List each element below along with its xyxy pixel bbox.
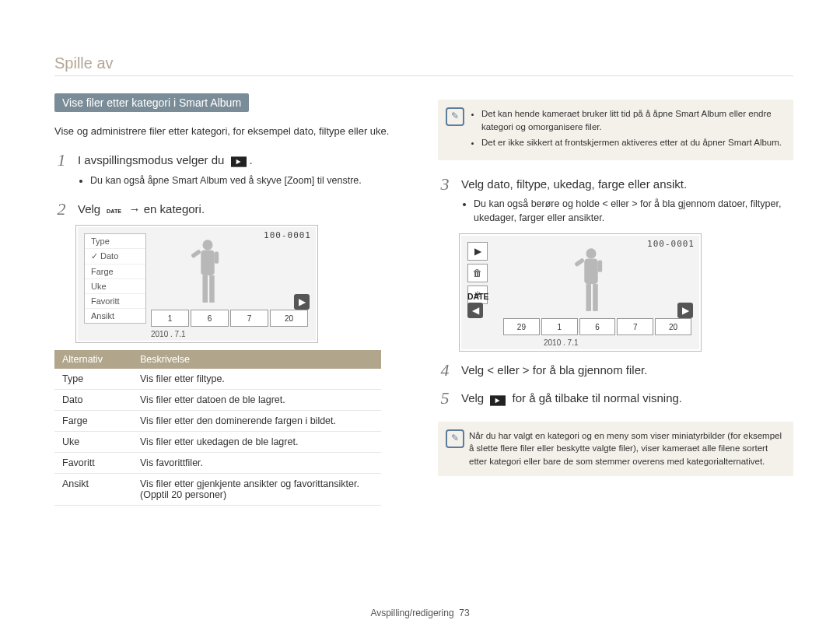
filmstrip-cell[interactable]: 20	[655, 318, 691, 335]
svg-rect-7	[191, 249, 201, 258]
step-number: 2	[54, 201, 68, 218]
dropdown-item[interactable]: Dato	[85, 249, 145, 264]
svg-rect-4	[201, 250, 214, 275]
note-text: Når du har valgt en kategori og en meny …	[469, 431, 782, 466]
step-number: 3	[438, 176, 452, 193]
note-text: Det er ikke sikkert at frontskjermen akt…	[481, 136, 784, 149]
dropdown-item[interactable]: Favoritt	[85, 294, 145, 309]
filmstrip-cell[interactable]: 7	[617, 318, 653, 335]
prev-arrow-icon[interactable]: ◀	[467, 303, 483, 318]
column-left: Vise ﬁler etter kategori i Smart Album V…	[54, 93, 410, 506]
step-text-post: → en kategori.	[129, 202, 205, 215]
date-icon: DATE	[105, 201, 124, 218]
date-label: 2010 . 7.1	[544, 338, 578, 347]
step-5: 5 Velg for å gå tilbake til normal visni…	[438, 390, 793, 408]
options-table: Alternativ Beskrivelse TypeVis ﬁler ette…	[54, 350, 381, 506]
svg-rect-14	[574, 258, 585, 268]
image-counter: 100-0001	[264, 230, 311, 240]
step-2: 2 Velg DATE → en kategori.	[54, 201, 410, 219]
page-number: 73	[459, 608, 469, 618]
category-dropdown[interactable]: Type Dato Farge Uke Favoritt Ansikt	[84, 233, 146, 324]
step-3: 3 Velg dato, ﬁltype, ukedag, farge eller…	[438, 176, 793, 226]
filmstrip: 29 1 6 7 20	[503, 318, 691, 335]
step-text-post: .	[250, 153, 253, 166]
step-text: I avspillingsmodus velger du	[78, 153, 228, 166]
table-row: TypeVis ﬁler etter ﬁltype.	[54, 369, 381, 390]
step-bullet: Du kan også berøre og holde < eller > fo…	[474, 197, 793, 225]
table-header: Beskrivelse	[132, 350, 381, 369]
next-arrow-icon[interactable]: ▶	[677, 303, 693, 318]
svg-rect-15	[598, 261, 602, 272]
svg-text:DATE: DATE	[467, 292, 489, 301]
camera-screenshot-categories: Type Dato Farge Uke Favoritt Ansikt 100-…	[76, 226, 317, 342]
step-number: 1	[54, 152, 68, 169]
column-right: ✎ Det kan hende kameraet bruker litt tid…	[438, 93, 793, 506]
note-text: Det kan hende kameraet bruker litt tid p…	[481, 107, 784, 133]
figure-silhouette	[180, 236, 235, 313]
page-footer: Avspilling/redigering 73	[0, 608, 840, 618]
svg-rect-8	[215, 252, 219, 264]
filmstrip-cell[interactable]: 1	[541, 318, 578, 335]
note-box-bottom: ✎ Når du har valgt en kategori og en men…	[438, 422, 793, 476]
svg-rect-6	[209, 275, 215, 303]
svg-rect-13	[593, 284, 598, 311]
intro-text: Vise og administrere ﬁler etter kategori…	[54, 124, 410, 139]
step-1: 1 I avspillingsmodus velger du . Du kan …	[54, 152, 410, 190]
date-icon[interactable]: DATE	[467, 290, 494, 301]
svg-rect-5	[202, 275, 208, 303]
dropdown-item[interactable]: Farge	[85, 264, 145, 279]
table-header: Alternativ	[54, 350, 132, 369]
note-icon: ✎	[446, 429, 464, 448]
svg-rect-11	[584, 259, 597, 285]
table-row: UkeVis ﬁler etter ukedagen de ble lagret…	[54, 432, 381, 453]
table-row: DatoVis ﬁler etter datoen de ble lagret.	[54, 390, 381, 411]
step-text-post: for å gå tilbake til normal visning.	[513, 391, 682, 405]
table-row: FargeVis ﬁler etter den dominerende farg…	[54, 411, 381, 432]
figure-silhouette	[564, 245, 618, 321]
dropdown-item[interactable]: Ansikt	[85, 309, 145, 323]
trash-icon[interactable]: 🗑	[467, 264, 488, 282]
section-heading: Vise ﬁler etter kategori i Smart Album	[54, 93, 249, 112]
step-number: 5	[438, 390, 452, 407]
page-title: Spille av	[54, 54, 793, 76]
filmstrip-cell[interactable]: 7	[230, 310, 268, 327]
dropdown-item[interactable]: Uke	[85, 279, 145, 294]
filmstrip-cell[interactable]: 6	[191, 310, 229, 327]
filmstrip-cell[interactable]: 20	[270, 310, 308, 327]
date-label: 2010 . 7.1	[151, 330, 185, 338]
play-button-icon[interactable]: ▶	[467, 242, 488, 261]
filmstrip: 1 6 7 20	[151, 310, 308, 327]
filmstrip-cell[interactable]: 6	[579, 318, 616, 335]
svg-text:DATE: DATE	[107, 208, 121, 215]
step-number: 4	[438, 362, 452, 379]
step-text: Velg	[461, 391, 487, 405]
step-text: Velg < eller > for å bla gjennom ﬁler.	[461, 363, 647, 377]
svg-point-3	[202, 240, 212, 250]
play-in-icon	[229, 152, 248, 169]
svg-point-10	[586, 249, 596, 259]
table-row: AnsiktVis ﬁler etter gjenkjente ansikter…	[54, 474, 381, 506]
dropdown-item[interactable]: Type	[85, 234, 145, 249]
footer-section: Avspilling/redigering	[370, 608, 453, 618]
step-text: Velg	[78, 202, 103, 215]
filmstrip-cell[interactable]: 29	[503, 318, 540, 335]
image-counter: 100-0001	[647, 239, 695, 249]
table-row: FavorittVis favorittﬁler.	[54, 453, 381, 474]
step-text: Velg dato, ﬁltype, ukedag, farge eller a…	[461, 177, 687, 191]
step-4: 4 Velg < eller > for å bla gjennom ﬁler.	[438, 362, 793, 379]
next-arrow-icon[interactable]: ▶	[294, 294, 310, 310]
note-box-top: ✎ Det kan hende kameraet bruker litt tid…	[438, 100, 793, 160]
camera-screenshot-browse: ▶ 🗑 ✳ DATE 100-0001 ◀ ▶ 29 1 6 7 20	[460, 234, 701, 351]
step-bullet: Du kan også åpne Smart Album ved å skyve…	[90, 173, 410, 187]
filmstrip-cell[interactable]: 1	[151, 310, 189, 327]
play-in-icon	[488, 391, 507, 408]
note-icon: ✎	[446, 107, 464, 126]
svg-rect-12	[586, 284, 591, 311]
